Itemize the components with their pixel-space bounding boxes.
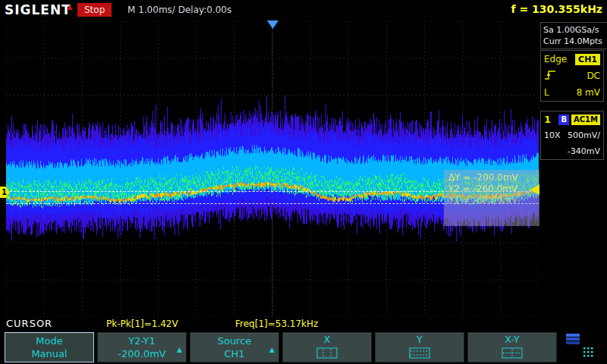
softkey-source-value: CH1	[224, 347, 244, 360]
trigger-panel: Edge CH1 DC L 8 mV	[540, 50, 604, 102]
header-bar: SIGLENT Stop M 1.00ms/ Delay:0.00s f = 1…	[0, 0, 607, 20]
acquisition-panel: Sa 1.00GSa/s Curr 14.0Mpts	[540, 22, 607, 49]
timebase-readout: M 1.00ms/ Delay:0.00s	[127, 5, 231, 15]
cursor-readout-box: ΔY = -200.0mV Y2 = -260.0mV Y1 = -60.00m…	[444, 170, 539, 226]
softkey-x-label: X	[324, 333, 331, 346]
cursor-delta-y: ΔY = -200.0mV	[448, 172, 535, 184]
arrow-up-icon: ▲	[269, 344, 275, 356]
xy-cursors-icon	[502, 347, 523, 362]
trigger-level-value: 8 mV	[577, 87, 600, 98]
coupling-badge: AC1M	[571, 115, 600, 125]
softkey-y2y1-value: -200.0mV	[118, 347, 165, 360]
softkey-source-label: Source	[218, 334, 252, 347]
softkey-y-cursors[interactable]: Y	[375, 332, 464, 362]
volts-per-div: 500mV/	[568, 130, 600, 140]
measurement-pkpk: Pk-Pk[1]=1.42V	[106, 318, 178, 329]
run-state-badge: Stop	[77, 3, 112, 17]
x-cursors-icon	[316, 347, 338, 362]
softkey-source[interactable]: Source CH1 ▲	[190, 332, 279, 362]
softkey-mode-label: Mode	[36, 334, 62, 347]
channel-offset: -340mV	[568, 146, 600, 156]
softkey-mode-value: Manual	[31, 347, 67, 360]
cursor-y1: Y1 = -60.00mV	[448, 195, 535, 206]
softkey-y-label: Y	[417, 333, 423, 346]
sample-rate: Sa 1.00GSa/s	[543, 24, 605, 36]
y-cursors-icon	[409, 347, 430, 362]
memory-depth: Curr 14.0Mpts	[543, 36, 605, 47]
trigger-level-label: L	[544, 87, 549, 98]
arrow-up-icon: ▲	[177, 344, 182, 356]
bandwidth-badge: B	[558, 115, 569, 125]
sidebar: Sa 1.00GSa/s Curr 14.0Mpts Edge CH1 DC L…	[540, 21, 605, 317]
channel1-panel: 1 B AC1M 10X 500mV/ -340mV	[540, 111, 604, 160]
brand-logo: SIGLENT	[5, 2, 71, 17]
channel-number: 1	[544, 114, 551, 125]
measurement-freq: Freq[1]=53.17kHz	[235, 318, 318, 329]
frequency-counter: f = 130.355kHz	[511, 3, 602, 15]
trigger-source-badge: CH1	[575, 54, 600, 65]
softkey-mode[interactable]: Mode Manual	[5, 332, 94, 362]
trigger-mode: Edge	[544, 54, 567, 64]
waveform-canvas	[6, 21, 539, 317]
softkey-xy-cursors[interactable]: X-Y	[467, 332, 557, 362]
softkey-xy-label: X-Y	[505, 333, 519, 346]
trigger-coupling: DC	[587, 71, 600, 81]
keypad-grid-icon	[583, 346, 595, 360]
probe-attenuation: 10X	[544, 130, 561, 140]
cursor-y2: Y2 = -260.0mV	[448, 184, 535, 195]
active-menu-title: CURSOR	[6, 318, 52, 329]
menu-corner-indicators	[563, 332, 605, 362]
waveform-plot-area: ΔY = -200.0mV Y2 = -260.0mV Y1 = -60.00m…	[6, 21, 539, 317]
brand-logo-accent	[67, 5, 73, 10]
softkey-x-cursors[interactable]: X	[282, 332, 372, 362]
softkey-y2y1[interactable]: Y2-Y1 -200.0mV ▲	[97, 332, 187, 362]
display-pages-icon	[566, 334, 581, 348]
rising-edge-icon	[544, 69, 556, 83]
softkey-y2y1-label: Y2-Y1	[128, 334, 156, 347]
